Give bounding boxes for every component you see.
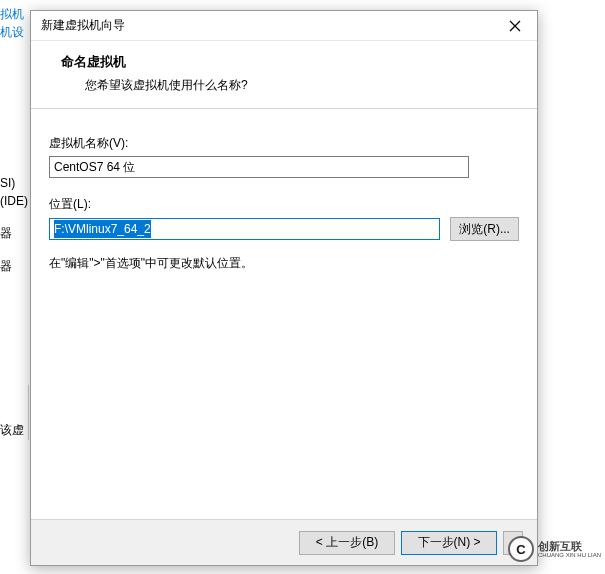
back-button[interactable]: < 上一步(B) bbox=[299, 531, 395, 555]
close-icon[interactable] bbox=[495, 12, 535, 40]
vm-name-input[interactable] bbox=[49, 156, 469, 178]
bg-text: SI) bbox=[0, 176, 15, 190]
wizard-step-title: 命名虚拟机 bbox=[61, 53, 519, 71]
wizard-header: 命名虚拟机 您希望该虚拟机使用什么名称? bbox=[31, 41, 537, 109]
location-label: 位置(L): bbox=[49, 196, 519, 213]
watermark: C 创新互联 CHUANG XIN HU LIAN bbox=[508, 536, 601, 562]
background-window-fragment: 拟机 机设 SI) (IDE) 器 器 该虚 bbox=[0, 0, 30, 574]
watermark-text: 创新互联 CHUANG XIN HU LIAN bbox=[538, 540, 601, 559]
bg-text: 该虚 bbox=[0, 422, 24, 439]
browse-button[interactable]: 浏览(R)... bbox=[450, 217, 519, 241]
wizard-footer: < 上一步(B) 下一步(N) > bbox=[31, 519, 537, 565]
next-button[interactable]: 下一步(N) > bbox=[401, 531, 497, 555]
bg-text: 器 bbox=[0, 258, 12, 275]
bg-text: (IDE) bbox=[0, 194, 28, 208]
dialog-title: 新建虚拟机向导 bbox=[39, 17, 495, 34]
location-input[interactable]: F:\VMlinux7_64_2 bbox=[49, 218, 440, 240]
bg-text: 拟机 bbox=[0, 6, 24, 23]
wizard-content: 虚拟机名称(V): 位置(L): F:\VMlinux7_64_2 浏览(R).… bbox=[31, 109, 537, 519]
vm-name-label: 虚拟机名称(V): bbox=[49, 135, 519, 152]
bg-text: 器 bbox=[0, 225, 12, 242]
bg-divider bbox=[28, 385, 29, 440]
bg-text: 机设 bbox=[0, 24, 24, 41]
location-hint: 在"编辑">"首选项"中可更改默认位置。 bbox=[49, 255, 519, 272]
watermark-logo-icon: C bbox=[508, 536, 534, 562]
new-vm-wizard-dialog: 新建虚拟机向导 命名虚拟机 您希望该虚拟机使用什么名称? 虚拟机名称(V): 位… bbox=[30, 10, 538, 566]
wizard-step-subtitle: 您希望该虚拟机使用什么名称? bbox=[85, 77, 519, 94]
dialog-titlebar: 新建虚拟机向导 bbox=[31, 11, 537, 41]
